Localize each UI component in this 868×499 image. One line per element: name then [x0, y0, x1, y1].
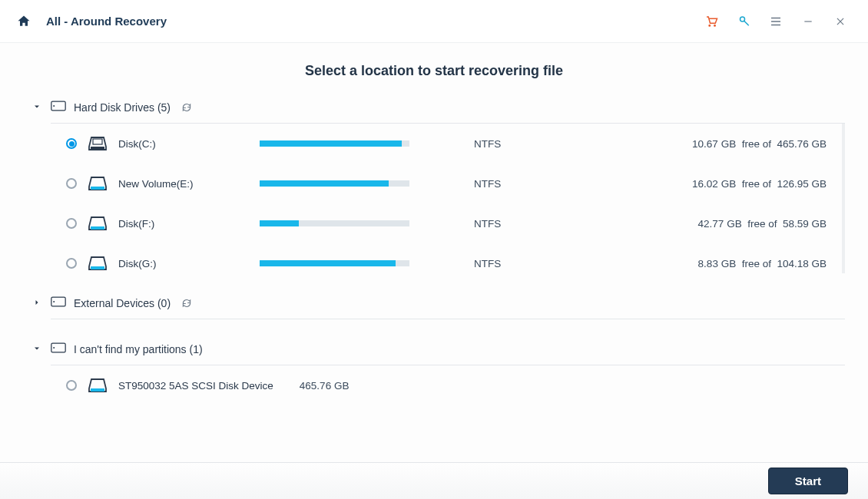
drive-name: Disk(G:)	[118, 258, 249, 269]
drive-row[interactable]: Disk(G:) NTFS 8.83 GB free of 104.18 GB	[51, 243, 842, 273]
lost-device-name: ST950032 5AS SCSI Disk Device	[118, 380, 273, 392]
group-header-hdd[interactable]: Hard Disk Drives (5)	[23, 97, 845, 123]
radio-select[interactable]	[66, 138, 77, 149]
size-label: 8.83 GB free of 104.18 GB	[608, 258, 827, 269]
drive-group-icon	[51, 342, 66, 355]
size-label: 16.02 GB free of 126.95 GB	[608, 178, 827, 190]
drive-row[interactable]: Disk(F:) NTFS 42.77 GB free of 58.59 GB	[51, 203, 842, 243]
size-label: 42.77 GB free of 58.59 GB	[608, 218, 827, 230]
usage-bar	[260, 220, 409, 226]
radio-select[interactable]	[66, 178, 77, 189]
svg-rect-6	[91, 266, 104, 269]
minimize-icon[interactable]	[796, 9, 820, 34]
group-header-external[interactable]: External Devices (0)	[23, 293, 845, 319]
radio-select[interactable]	[66, 258, 77, 269]
svg-rect-2	[91, 147, 104, 150]
usage-bar	[260, 260, 409, 266]
page-heading: Select a location to start recovering fi…	[23, 63, 845, 79]
drive-icon	[88, 215, 108, 232]
svg-point-10	[53, 347, 55, 349]
usage-bar	[260, 180, 409, 187]
drive-icon	[88, 377, 108, 394]
svg-rect-4	[91, 187, 104, 190]
main-content: Select a location to start recovering fi…	[0, 43, 868, 405]
drive-row[interactable]: Disk(C:) NTFS 10.67 GB free of 465.76 GB	[51, 124, 842, 164]
group-label: I can't find my partitions (1)	[74, 343, 203, 355]
titlebar: All - Around Recovery	[0, 0, 868, 43]
filesystem-label: NTFS	[474, 178, 597, 190]
drive-icon	[88, 255, 108, 272]
app-title: All - Around Recovery	[46, 15, 167, 28]
drive-name: Disk(C:)	[118, 138, 249, 150]
group-label: Hard Disk Drives (5)	[74, 101, 171, 114]
usage-bar	[260, 140, 409, 147]
start-button[interactable]: Start	[768, 468, 848, 494]
drive-group-icon	[51, 101, 66, 114]
chevron-down-icon	[32, 343, 41, 355]
radio-select[interactable]	[66, 218, 77, 229]
lost-device-size: 465.76 GB	[300, 380, 350, 392]
drive-group-icon	[51, 296, 66, 309]
chevron-right-icon	[32, 297, 41, 309]
lost-partition-row[interactable]: ST950032 5AS SCSI Disk Device 465.76 GB	[51, 365, 845, 405]
filesystem-label: NTFS	[474, 258, 597, 269]
refresh-icon[interactable]	[181, 102, 192, 113]
cart-icon[interactable]	[699, 9, 724, 34]
home-icon[interactable]	[15, 13, 32, 30]
group-label: External Devices (0)	[74, 297, 171, 309]
svg-point-8	[53, 301, 55, 302]
drive-name: Disk(F:)	[118, 218, 249, 230]
drive-list: Disk(C:) NTFS 10.67 GB free of 465.76 GB…	[51, 124, 845, 273]
filesystem-label: NTFS	[474, 138, 597, 150]
system-drive-icon	[88, 135, 108, 152]
drive-icon	[88, 175, 108, 192]
svg-point-1	[53, 105, 55, 107]
drive-row[interactable]: New Volume(E:) NTFS 16.02 GB free of 126…	[51, 164, 842, 203]
key-icon[interactable]	[731, 9, 756, 34]
svg-rect-3	[93, 139, 102, 144]
footer-bar: Start	[0, 462, 868, 499]
svg-rect-11	[91, 388, 104, 392]
radio-select[interactable]	[66, 380, 77, 391]
close-icon[interactable]	[828, 9, 853, 34]
chevron-down-icon	[32, 101, 41, 114]
size-label: 10.67 GB free of 465.76 GB	[608, 138, 827, 150]
svg-rect-5	[91, 226, 104, 230]
refresh-icon[interactable]	[181, 298, 192, 309]
filesystem-label: NTFS	[474, 218, 597, 230]
menu-icon[interactable]	[764, 9, 788, 34]
group-header-lost[interactable]: I can't find my partitions (1)	[23, 339, 845, 365]
drive-name: New Volume(E:)	[118, 178, 249, 190]
